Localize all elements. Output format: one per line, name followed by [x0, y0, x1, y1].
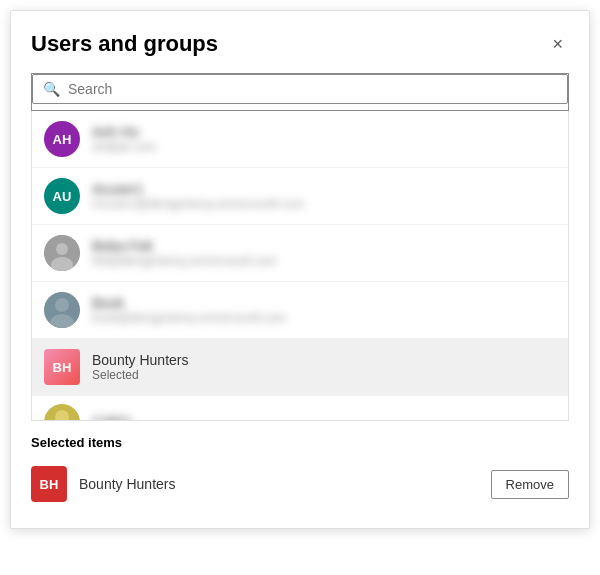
- avatar: [44, 235, 80, 271]
- selected-status: Selected: [92, 368, 189, 382]
- remove-button[interactable]: Remove: [491, 470, 569, 499]
- user-name: C3PO: [92, 414, 130, 421]
- user-info: Acuser1 Acuser1@dkmgmtemy.onmicrosoft.co…: [92, 181, 304, 211]
- user-photo-icon: [44, 235, 80, 271]
- selected-items-label: Selected items: [31, 435, 569, 450]
- user-email: bouk@dkmgmtemy.onmicrosoft.com: [92, 311, 286, 325]
- user-email: fett@dkmgmtemy.onmicrosoft.com: [92, 254, 277, 268]
- avatar: AU: [44, 178, 80, 214]
- user-photo-icon: [44, 292, 80, 328]
- list-item[interactable]: AH Anh Ho ah@pk.com: [32, 111, 568, 168]
- user-email: ah@pk.com: [92, 140, 156, 154]
- search-input[interactable]: [68, 81, 557, 97]
- user-photo-icon: [44, 404, 80, 421]
- user-info: Anh Ho ah@pk.com: [92, 124, 156, 154]
- users-groups-dialog: Users and groups × 🔍 AH Anh Ho ah@pk.com…: [10, 10, 590, 529]
- search-wrapper: 🔍: [31, 73, 569, 111]
- close-button[interactable]: ×: [546, 32, 569, 57]
- user-info: Bounty Hunters Selected: [92, 352, 189, 382]
- user-name: Bouk: [92, 295, 286, 311]
- search-icon: 🔍: [43, 81, 60, 97]
- user-info: Bouk bouk@dkmgmtemy.onmicrosoft.com: [92, 295, 286, 325]
- selected-entry: BH Bounty Hunters Remove: [31, 460, 569, 508]
- list-item[interactable]: Boba Fett fett@dkmgmtemy.onmicrosoft.com: [32, 225, 568, 282]
- user-name: Boba Fett: [92, 238, 277, 254]
- list-item[interactable]: Bouk bouk@dkmgmtemy.onmicrosoft.com: [32, 282, 568, 339]
- avatar: AH: [44, 121, 80, 157]
- svg-point-1: [56, 243, 68, 255]
- group-name: Bounty Hunters: [92, 352, 189, 368]
- selected-items-section: Selected items BH Bounty Hunters Remove: [31, 435, 569, 508]
- user-name: Anh Ho: [92, 124, 156, 140]
- user-name: Acuser1: [92, 181, 304, 197]
- user-info: Boba Fett fett@dkmgmtemy.onmicrosoft.com: [92, 238, 277, 268]
- group-avatar: BH: [44, 349, 80, 385]
- list-item[interactable]: AU Acuser1 Acuser1@dkmgmtemy.onmicrosoft…: [32, 168, 568, 225]
- list-item-bounty-hunters[interactable]: BH Bounty Hunters Selected: [32, 339, 568, 396]
- dialog-title: Users and groups: [31, 31, 218, 57]
- users-list: AH Anh Ho ah@pk.com AU Acuser1 Acuser1@d…: [31, 111, 569, 421]
- list-item[interactable]: C3PO: [32, 396, 568, 421]
- user-email: Acuser1@dkmgmtemy.onmicrosoft.com: [92, 197, 304, 211]
- selected-group-avatar: BH: [31, 466, 67, 502]
- avatar: [44, 292, 80, 328]
- selected-group-name: Bounty Hunters: [79, 476, 491, 492]
- dialog-header: Users and groups ×: [31, 31, 569, 57]
- search-box: 🔍: [32, 74, 568, 104]
- avatar: [44, 404, 80, 421]
- user-info: C3PO: [92, 414, 130, 421]
- svg-point-4: [55, 298, 69, 312]
